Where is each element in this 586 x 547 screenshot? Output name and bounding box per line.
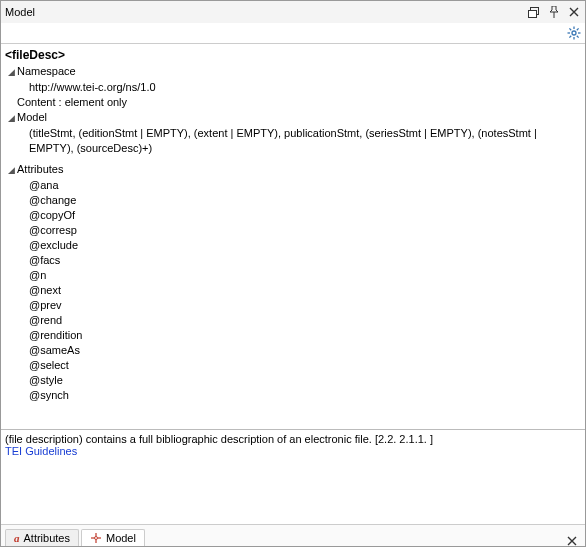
pin-icon[interactable] [547, 5, 561, 19]
model-label[interactable]: Model [17, 110, 47, 125]
svg-line-7 [569, 28, 571, 30]
namespace-label[interactable]: Namespace [17, 64, 76, 79]
svg-line-8 [577, 36, 579, 38]
settings-icon[interactable] [567, 26, 581, 40]
close-icon[interactable] [567, 5, 581, 19]
svg-line-9 [577, 28, 579, 30]
node-attributes: ◢ Attributes @ana@change@copyOf@corresp@… [5, 162, 581, 403]
description-text: (file description) contains a full bibli… [5, 433, 581, 445]
model-tab-icon [90, 532, 102, 544]
attribute-item[interactable]: @ana [29, 178, 581, 193]
node-content: Content : element only [5, 95, 581, 110]
model-window: Model <fileDesc> ◢ Namesp [0, 0, 586, 547]
content: <fileDesc> ◢ Namespace http://www.tei-c.… [1, 43, 585, 546]
tei-guidelines-link[interactable]: TEI Guidelines [5, 445, 581, 457]
attribute-item[interactable]: @n [29, 268, 581, 283]
tabbar: a Attributes Model [1, 524, 585, 546]
attributes-tab-icon: a [14, 532, 20, 544]
attribute-item[interactable]: @rend [29, 313, 581, 328]
tab-attributes[interactable]: a Attributes [5, 529, 79, 546]
restore-icon[interactable] [527, 5, 541, 19]
tab-label: Model [106, 532, 136, 544]
attribute-list: @ana@change@copyOf@corresp@exclude@facs@… [29, 178, 581, 403]
window-title: Model [5, 6, 527, 18]
window-controls [527, 5, 581, 19]
attribute-item[interactable]: @sameAs [29, 343, 581, 358]
attribute-item[interactable]: @corresp [29, 223, 581, 238]
attribute-item[interactable]: @change [29, 193, 581, 208]
content-label: Content : element only [17, 95, 127, 110]
toolbar-row [1, 23, 585, 43]
attribute-item[interactable]: @style [29, 373, 581, 388]
description-pane: (file description) contains a full bibli… [1, 430, 585, 524]
expand-arrow-icon[interactable]: ◢ [5, 163, 17, 178]
expand-arrow-icon[interactable]: ◢ [5, 111, 17, 126]
attribute-item[interactable]: @next [29, 283, 581, 298]
model-value: (titleStmt, (editionStmt | EMPTY), (exte… [29, 126, 549, 156]
node-model: ◢ Model (titleStmt, (editionStmt | EMPTY… [5, 110, 581, 156]
attribute-item[interactable]: @facs [29, 253, 581, 268]
svg-point-2 [572, 31, 576, 35]
attribute-item[interactable]: @exclude [29, 238, 581, 253]
attribute-item[interactable]: @rendition [29, 328, 581, 343]
attribute-item[interactable]: @copyOf [29, 208, 581, 223]
tab-model[interactable]: Model [81, 529, 145, 546]
svg-line-10 [569, 36, 571, 38]
tab-close-icon[interactable] [563, 536, 581, 546]
namespace-value: http://www.tei-c.org/ns/1.0 [29, 81, 156, 93]
attribute-item[interactable]: @prev [29, 298, 581, 313]
svg-rect-1 [529, 10, 537, 17]
node-namespace: ◢ Namespace http://www.tei-c.org/ns/1.0 [5, 64, 581, 95]
attribute-item[interactable]: @synch [29, 388, 581, 403]
tree-pane: <fileDesc> ◢ Namespace http://www.tei-c.… [1, 44, 585, 430]
tab-label: Attributes [24, 532, 70, 544]
svg-point-15 [94, 537, 97, 540]
titlebar: Model [1, 1, 585, 23]
attributes-label[interactable]: Attributes [17, 162, 63, 177]
expand-arrow-icon[interactable]: ◢ [5, 65, 17, 80]
attribute-item[interactable]: @select [29, 358, 581, 373]
element-tag: <fileDesc> [5, 48, 581, 62]
tree: ◢ Namespace http://www.tei-c.org/ns/1.0 … [5, 64, 581, 403]
